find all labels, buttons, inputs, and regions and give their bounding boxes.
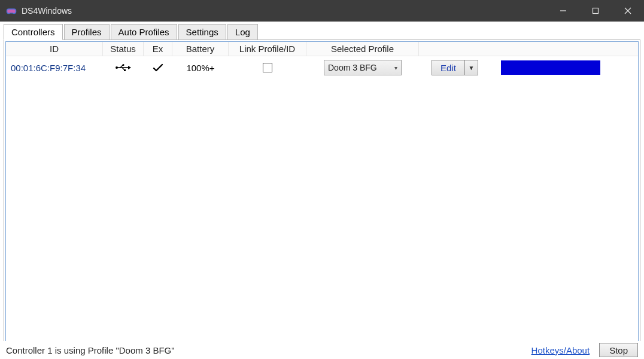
col-header-selected-profile[interactable]: Selected Profile (306, 42, 419, 56)
title-bar: DS4Windows (0, 0, 644, 22)
app-icon (6, 5, 17, 16)
hotkeys-about-link[interactable]: Hotkeys/About (531, 345, 590, 355)
svg-rect-1 (593, 8, 599, 14)
tab-settings[interactable]: Settings (178, 24, 226, 40)
controllers-panel: ID Status Ex Battery Link Profile/ID Sel… (4, 39, 640, 354)
link-profile-cell (229, 56, 306, 79)
caret-down-icon: ▼ (468, 65, 474, 71)
tab-controllers[interactable]: Controllers (4, 24, 63, 40)
battery-cell: 100%+ (172, 56, 229, 79)
svg-rect-10 (124, 69, 126, 71)
check-icon (153, 63, 163, 72)
edit-cell: Edit ▼ (419, 56, 491, 79)
controller-id[interactable]: 00:01:6C:F9:7F:34 (6, 56, 103, 79)
col-header-status[interactable]: Status (103, 42, 144, 56)
stop-button[interactable]: Stop (599, 343, 638, 357)
maximize-button[interactable] (579, 0, 612, 22)
col-header-edit (419, 42, 491, 56)
close-button[interactable] (612, 0, 644, 22)
tab-profiles[interactable]: Profiles (64, 24, 110, 40)
col-header-ex[interactable]: Ex (144, 42, 172, 56)
selected-profile-cell: Doom 3 BFG ▾ (306, 56, 419, 79)
status-cell (103, 56, 144, 79)
tab-auto-profiles[interactable]: Auto Profiles (111, 24, 177, 40)
row-spacer (610, 56, 638, 79)
color-swatch[interactable] (501, 60, 600, 75)
minimize-button[interactable] (547, 0, 579, 22)
col-header-spacer (610, 42, 638, 56)
status-bar: Controller 1 is using Profile "Doom 3 BF… (0, 341, 644, 359)
usb-icon (115, 63, 132, 72)
edit-dropdown-button[interactable]: ▼ (465, 60, 478, 75)
col-header-link-profile[interactable]: Link Profile/ID (229, 42, 306, 56)
status-message: Controller 1 is using Profile "Doom 3 BF… (6, 345, 175, 355)
window-title: DS4Windows (22, 6, 72, 16)
col-header-id[interactable]: ID (6, 42, 103, 56)
edit-button[interactable]: Edit (432, 60, 465, 75)
svg-marker-6 (128, 66, 131, 69)
ex-cell (144, 56, 172, 79)
link-profile-checkbox[interactable] (263, 63, 272, 72)
col-header-color (491, 42, 610, 56)
color-cell (491, 56, 610, 79)
profile-select[interactable]: Doom 3 BFG ▾ (324, 60, 402, 75)
tab-strip: Controllers Profiles Auto Profiles Setti… (0, 22, 644, 39)
table-row: 00:01:6C:F9:7F:34 (6, 56, 638, 79)
table-header: ID Status Ex Battery Link Profile/ID Sel… (6, 42, 638, 56)
svg-point-8 (122, 64, 124, 66)
tab-log[interactable]: Log (227, 24, 258, 40)
chevron-down-icon: ▾ (394, 65, 397, 71)
window-controls (547, 0, 644, 22)
col-header-battery[interactable]: Battery (172, 42, 229, 56)
profile-select-value: Doom 3 BFG (328, 63, 377, 72)
